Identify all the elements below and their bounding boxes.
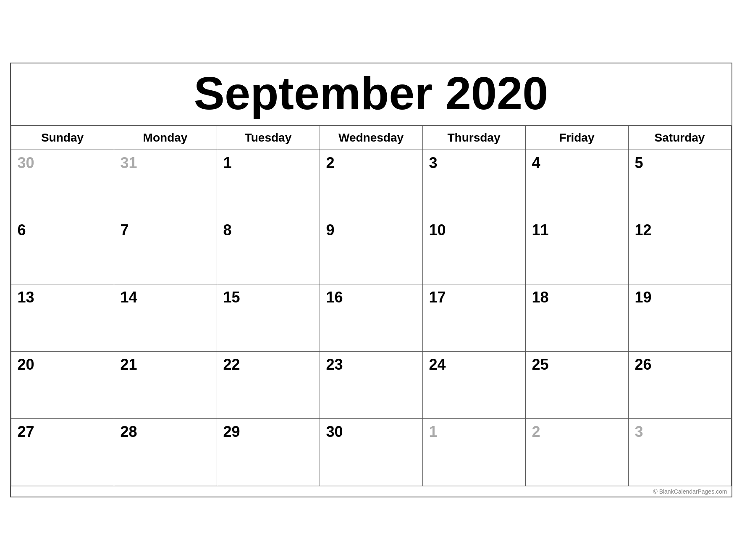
day-header-wednesday: Wednesday [320,126,422,150]
calendar-day: 3 [422,150,525,217]
calendar-day: 18 [525,284,628,352]
week-row-1: 303112345 [11,150,731,217]
calendar-day: 1 [217,150,320,217]
week-row-5: 27282930123 [11,419,731,486]
calendar-day: 5 [628,150,731,217]
calendar-day: 22 [217,352,320,419]
calendar-day: 21 [114,352,217,419]
calendar-day: 12 [628,217,731,284]
week-row-4: 20212223242526 [11,352,731,419]
calendar-day: 2 [320,150,422,217]
calendar-day: 16 [320,284,422,352]
calendar-day: 23 [320,352,422,419]
calendar-day: 15 [217,284,320,352]
day-header-friday: Friday [525,126,628,150]
week-row-2: 6789101112 [11,217,731,284]
calendar-day: 25 [525,352,628,419]
day-header-sunday: Sunday [11,126,114,150]
calendar-day: 31 [114,150,217,217]
calendar-container: September 2020 SundayMondayTuesdayWednes… [10,63,732,497]
calendar-day: 1 [422,419,525,486]
week-row-3: 13141516171819 [11,284,731,352]
days-header-row: SundayMondayTuesdayWednesdayThursdayFrid… [11,126,731,150]
calendar-day: 28 [114,419,217,486]
calendar-day: 3 [628,419,731,486]
calendar-day: 29 [217,419,320,486]
calendar-day: 19 [628,284,731,352]
calendar-title: September 2020 [11,63,732,126]
watermark: © BlankCalendarPages.com [11,486,732,497]
calendar-day: 17 [422,284,525,352]
calendar-day: 8 [217,217,320,284]
day-header-monday: Monday [114,126,217,150]
calendar-day: 24 [422,352,525,419]
day-header-thursday: Thursday [422,126,525,150]
calendar-day: 14 [114,284,217,352]
calendar-day: 13 [11,284,114,352]
calendar-day: 11 [525,217,628,284]
calendar-day: 6 [11,217,114,284]
calendar-day: 30 [11,150,114,217]
calendar-day: 26 [628,352,731,419]
calendar-day: 7 [114,217,217,284]
calendar-day: 27 [11,419,114,486]
day-header-saturday: Saturday [628,126,731,150]
calendar-day: 10 [422,217,525,284]
day-header-tuesday: Tuesday [217,126,320,150]
calendar-grid: SundayMondayTuesdayWednesdayThursdayFrid… [11,126,732,486]
calendar-day: 2 [525,419,628,486]
calendar-day: 9 [320,217,422,284]
calendar-day: 20 [11,352,114,419]
calendar-day: 4 [525,150,628,217]
calendar-day: 30 [320,419,422,486]
